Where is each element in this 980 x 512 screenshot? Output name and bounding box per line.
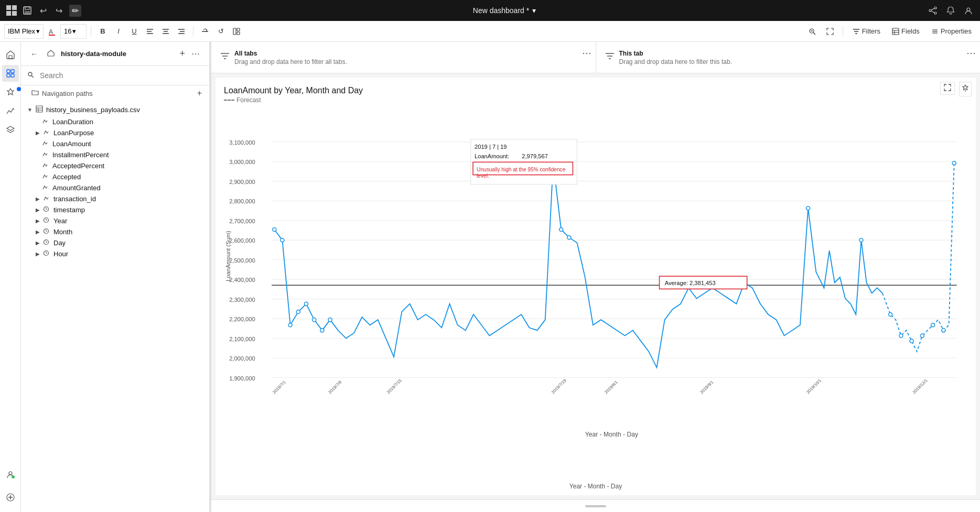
right-align-btn[interactable] bbox=[174, 24, 189, 39]
svg-text:2,800,000: 2,800,000 bbox=[229, 198, 255, 204]
italic-btn[interactable]: I bbox=[111, 24, 126, 39]
field-group-timestamp[interactable]: ▶ timestamp bbox=[21, 204, 209, 215]
all-tabs-more-btn[interactable]: ⋯ bbox=[578, 42, 596, 73]
field-group-year[interactable]: ▶ Year bbox=[21, 215, 209, 226]
edit-mode-btn[interactable]: ✏ bbox=[69, 5, 81, 17]
add-icon[interactable] bbox=[2, 489, 19, 506]
chart-pin-btn[interactable] bbox=[959, 82, 972, 96]
strikethrough-btn[interactable] bbox=[198, 24, 212, 39]
this-tab-filter: This tab Drag and drop data here to filt… bbox=[596, 42, 963, 73]
title-dropdown-icon[interactable]: ▾ bbox=[532, 6, 536, 15]
svg-point-84 bbox=[273, 227, 276, 231]
all-tabs-label-col: All tabs Drag and drop data here to filt… bbox=[234, 50, 347, 66]
all-tabs-hint: Drag and drop data here to filter all ta… bbox=[234, 58, 347, 66]
top-bar-right bbox=[928, 5, 974, 16]
this-tab-more-btn[interactable]: ⋯ bbox=[962, 42, 980, 73]
field-item-loanduration[interactable]: LoanDuration bbox=[21, 116, 209, 127]
svg-point-39 bbox=[9, 472, 12, 475]
field-group-month[interactable]: ▶ Month bbox=[21, 226, 209, 237]
svg-rect-27 bbox=[892, 28, 899, 35]
dashboard-title-area: New dashboard * ▾ bbox=[473, 6, 536, 15]
svg-text:LoanAmount (Sum): LoanAmount (Sum) bbox=[225, 231, 231, 281]
align-btn[interactable] bbox=[143, 24, 157, 39]
search-input[interactable] bbox=[38, 69, 203, 82]
svg-point-99 bbox=[910, 339, 913, 343]
save-icon[interactable] bbox=[22, 5, 33, 16]
panel-more-btn[interactable]: ⋯ bbox=[188, 47, 203, 61]
time-icon-5 bbox=[43, 250, 50, 258]
field-item-accepted[interactable]: Accepted bbox=[21, 171, 209, 182]
divider-1 bbox=[91, 26, 91, 37]
filters-btn[interactable]: Filters bbox=[848, 24, 885, 39]
field-transactionid-label: transaction_id bbox=[53, 195, 96, 203]
time-icon bbox=[43, 206, 50, 214]
svg-rect-46 bbox=[36, 106, 42, 112]
user-avatar[interactable] bbox=[963, 5, 974, 16]
font-size-selector[interactable]: 16 ▾ bbox=[60, 24, 87, 39]
svg-point-101 bbox=[931, 323, 935, 327]
this-tab-label-col: This tab Drag and drop data here to filt… bbox=[619, 50, 732, 66]
font-family-selector[interactable]: IBM Plex ▾ bbox=[4, 24, 44, 39]
svg-text:3,000,000: 3,000,000 bbox=[229, 159, 255, 165]
field-item-loanamount[interactable]: LoanAmount bbox=[21, 138, 209, 149]
forecast-label: Forecast bbox=[236, 96, 261, 104]
field-item-acceptedpct[interactable]: AcceptedPercent bbox=[21, 160, 209, 171]
redo-icon[interactable]: ↪ bbox=[53, 5, 64, 16]
share-icon[interactable] bbox=[928, 5, 938, 16]
font-family-value: IBM Plex bbox=[8, 27, 35, 35]
field-group-day[interactable]: ▶ Day bbox=[21, 237, 209, 248]
chart-title-area: LoanAmount by Year, Month and Day Foreca… bbox=[224, 86, 967, 104]
search-bar bbox=[21, 66, 209, 85]
svg-text:level.: level. bbox=[477, 173, 489, 179]
font-color-btn[interactable]: A bbox=[45, 24, 59, 39]
svg-point-93 bbox=[559, 227, 563, 231]
field-timestamp-label: timestamp bbox=[53, 206, 85, 214]
field-item-amountgranted[interactable]: AmountGranted bbox=[21, 182, 209, 193]
user-settings-icon[interactable] bbox=[2, 466, 19, 483]
svg-point-40 bbox=[12, 475, 15, 478]
svg-rect-2 bbox=[25, 11, 30, 14]
field-group-loanpurpose[interactable]: ▶ LoanPurpose bbox=[21, 127, 209, 138]
layout-btn[interactable] bbox=[229, 24, 244, 39]
home-icon[interactable] bbox=[2, 46, 19, 63]
svg-rect-23 bbox=[237, 32, 240, 35]
caret-right-icon-5: ▶ bbox=[36, 229, 40, 235]
undo-icon[interactable]: ↩ bbox=[38, 5, 48, 16]
svg-text:LoanAmount:: LoanAmount: bbox=[475, 153, 509, 159]
svg-rect-37 bbox=[7, 74, 10, 77]
svg-point-100 bbox=[920, 334, 924, 337]
center-align-btn[interactable] bbox=[158, 24, 173, 39]
layers-icon[interactable] bbox=[2, 122, 19, 138]
table-icon bbox=[36, 105, 43, 114]
pin-icon[interactable] bbox=[2, 84, 19, 101]
fullscreen-btn[interactable] bbox=[823, 24, 837, 39]
panel-add-btn[interactable]: + bbox=[176, 46, 188, 61]
field-group-hour[interactable]: ▶ Hour bbox=[21, 248, 209, 259]
panel-back-btn[interactable]: ← bbox=[27, 48, 41, 60]
fields-btn[interactable]: Fields bbox=[888, 24, 924, 39]
bottom-resize-panel[interactable] bbox=[211, 499, 980, 512]
field-item-installment[interactable]: InstallmentPercent bbox=[21, 149, 209, 160]
field-day-label: Day bbox=[53, 239, 66, 247]
svg-text:3,100,000: 3,100,000 bbox=[229, 139, 255, 146]
notifications-icon[interactable] bbox=[945, 5, 956, 16]
expand-chart-btn[interactable] bbox=[940, 82, 955, 95]
panel-home-btn[interactable] bbox=[44, 47, 58, 60]
nav-paths-add-btn[interactable]: + bbox=[196, 88, 203, 99]
underline-btn[interactable]: U bbox=[127, 24, 142, 39]
caret-right-icon-2: ▶ bbox=[36, 196, 40, 202]
reset-btn[interactable]: ↺ bbox=[213, 24, 228, 39]
chart-svg: 3,100,000 3,000,000 2,900,000 2,800,000 … bbox=[224, 106, 967, 481]
zoom-out-btn[interactable] bbox=[805, 24, 820, 39]
bold-btn[interactable]: B bbox=[95, 24, 110, 39]
svg-text:2019/8/1: 2019/8/1 bbox=[604, 379, 619, 395]
svg-text:2,100,000: 2,100,000 bbox=[229, 336, 255, 342]
properties-btn[interactable]: Properties bbox=[927, 24, 976, 39]
field-group-transactionid[interactable]: ▶ transaction_id bbox=[21, 193, 209, 204]
data-source-header[interactable]: ▼ history_business_payloads.csv bbox=[21, 103, 209, 116]
data-icon[interactable] bbox=[2, 65, 19, 82]
chart-icon[interactable] bbox=[2, 103, 19, 119]
data-panel: ← history-data-module + ⋯ Navigation pat… bbox=[21, 42, 210, 512]
svg-text:2019/9/1: 2019/9/1 bbox=[699, 379, 715, 395]
app-logo[interactable] bbox=[6, 5, 17, 16]
